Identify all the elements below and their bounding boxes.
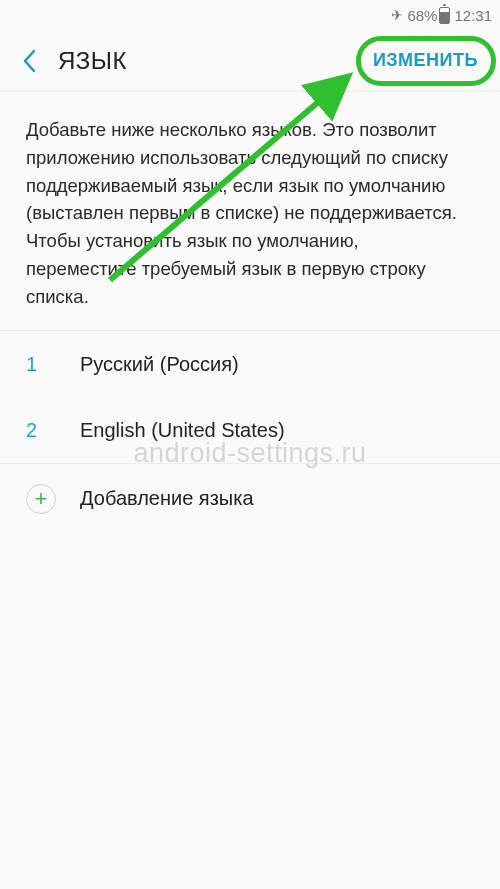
edit-button[interactable]: ИЗМЕНИТЬ [367, 44, 484, 77]
status-bar: ✈ 68% 12:31 [0, 0, 500, 30]
battery-percent: 68% [407, 7, 437, 24]
language-index: 2 [26, 419, 80, 442]
description-text: Добавьте ниже несколько языков. Это позв… [0, 92, 500, 331]
app-bar: ЯЗЫК ИЗМЕНИТЬ [0, 30, 500, 92]
language-list: 1 Русский (Россия) 2 English (United Sta… [0, 331, 500, 463]
battery-icon [439, 7, 450, 24]
airplane-mode-icon: ✈ [391, 7, 403, 23]
page-title: ЯЗЫК [58, 47, 127, 75]
language-name: Русский (Россия) [80, 353, 239, 376]
clock: 12:31 [454, 7, 492, 24]
plus-icon: + [26, 484, 56, 514]
language-index: 1 [26, 353, 80, 376]
battery-indicator: 68% [407, 7, 450, 24]
add-language-label: Добавление языка [80, 487, 254, 510]
list-item[interactable]: 1 Русский (Россия) [0, 331, 500, 397]
add-language-button[interactable]: + Добавление языка [0, 463, 500, 533]
list-item[interactable]: 2 English (United States) [0, 397, 500, 463]
back-icon [22, 49, 36, 73]
language-name: English (United States) [80, 419, 285, 442]
back-button[interactable] [14, 46, 44, 76]
